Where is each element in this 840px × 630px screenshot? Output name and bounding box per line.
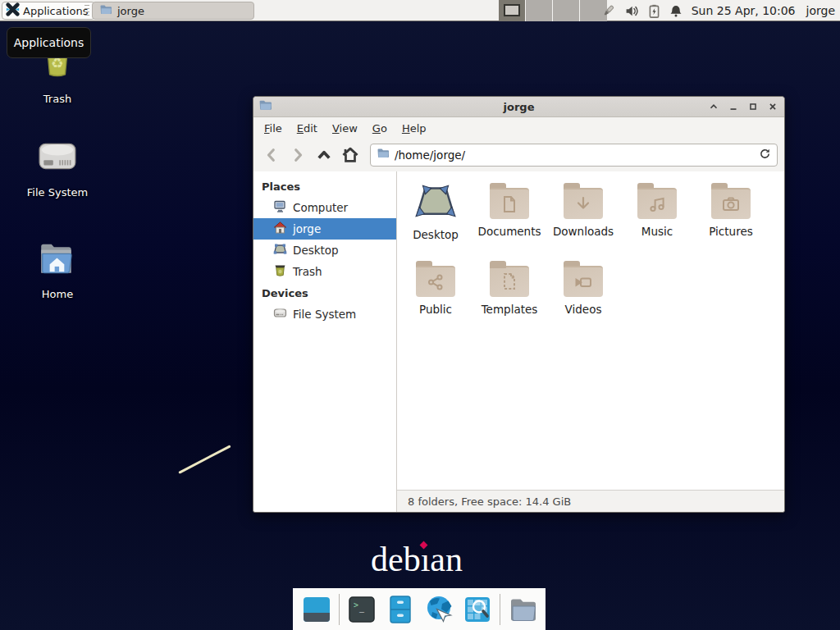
file-item-documents[interactable]: Documents — [472, 181, 546, 238]
back-button[interactable] — [260, 144, 283, 167]
taskbar-window-label: jorge — [117, 5, 144, 17]
window-body: Places Computer — [253, 171, 784, 512]
sidebar-item-trash[interactable]: Trash — [253, 261, 396, 282]
volume-icon[interactable] — [625, 4, 639, 18]
sidebar-item-computer[interactable]: Computer — [253, 197, 396, 218]
file-item-desktop[interactable]: Desktop — [399, 181, 472, 241]
applications-menu-button[interactable]: Applications — [2, 2, 95, 20]
file-item-videos[interactable]: Videos — [546, 259, 620, 316]
svg-text:_: _ — [359, 603, 365, 613]
debian-logo: debıan — [371, 540, 486, 581]
user-home-icon — [273, 221, 287, 237]
videos-folder-icon — [564, 259, 603, 297]
applications-tooltip-text: Applications — [14, 36, 84, 49]
taskbar-window-button[interactable]: jorge — [92, 2, 254, 20]
file-item-downloads[interactable]: Downloads — [546, 181, 620, 238]
close-button[interactable] — [765, 100, 779, 114]
menu-edit[interactable]: Edit — [290, 120, 325, 137]
show-desktop-icon[interactable] — [300, 593, 333, 626]
desktop-icon-label: File System — [27, 186, 88, 199]
file-item-templates[interactable]: Templates — [472, 259, 546, 316]
workspace-3[interactable] — [553, 0, 580, 21]
panel-tray-area: Sun 25 Apr, 10:06 jorge — [600, 0, 835, 21]
sidebar: Places Computer — [253, 171, 397, 512]
file-cabinet-icon[interactable] — [384, 593, 417, 626]
up-button[interactable] — [313, 144, 336, 167]
svg-text:>: > — [354, 600, 358, 609]
music-folder-icon — [637, 181, 677, 219]
debian-logo-text: debıan — [371, 541, 463, 578]
file-item-public[interactable]: Public — [399, 259, 472, 316]
statusbar: 8 folders, Free space: 14.4 GiB — [397, 490, 784, 512]
window-controls — [706, 100, 779, 114]
sidebar-item-desktop[interactable]: Desktop — [253, 240, 396, 261]
workspace-2[interactable] — [526, 0, 553, 21]
sidebar-item-jorge[interactable]: jorge — [253, 218, 396, 240]
window-title: jorge — [253, 101, 784, 113]
desktop-icon-home[interactable]: Home — [15, 238, 100, 300]
forward-button[interactable] — [286, 144, 309, 167]
menu-view[interactable]: View — [325, 120, 365, 137]
downloads-folder-icon — [564, 181, 603, 219]
input-device-icon[interactable] — [600, 3, 616, 19]
file-item-music[interactable]: Music — [620, 181, 694, 238]
window-titlebar[interactable]: jorge — [253, 97, 784, 117]
bottom-dock: > _ — [293, 588, 546, 630]
desktop-surface-icon — [415, 181, 456, 222]
notifications-bell-icon[interactable] — [669, 4, 682, 18]
file-item-label: Documents — [478, 225, 541, 238]
desktop-icon-file-system[interactable]: File System — [15, 136, 100, 199]
battery-icon[interactable] — [648, 4, 660, 18]
dock-separator — [339, 594, 340, 625]
templates-folder-icon — [490, 259, 529, 297]
desktop-icon — [273, 242, 287, 258]
desktop-icon-label: Trash — [43, 93, 71, 105]
minimize-button[interactable] — [726, 100, 740, 114]
panel-user-label: jorge — [806, 4, 835, 17]
web-browser-icon[interactable] — [422, 593, 455, 626]
trash-small-icon — [273, 263, 287, 280]
menu-file[interactable]: File — [257, 120, 290, 137]
home-button[interactable] — [339, 144, 362, 167]
dock-separator — [500, 594, 500, 625]
top-panel: Applications jorge — [0, 0, 840, 21]
reload-icon[interactable] — [759, 148, 771, 163]
sidebar-item-label: Desktop — [293, 244, 339, 257]
toolbar: /home/jorge/ — [253, 139, 784, 171]
public-folder-icon — [416, 259, 455, 297]
computer-icon — [273, 199, 287, 216]
sidebar-devices-header: Devices — [253, 282, 396, 304]
desktop-icon-label: Home — [42, 288, 73, 300]
filesystem-drive-icon — [36, 136, 79, 180]
maximize-button[interactable] — [746, 100, 760, 114]
menu-help[interactable]: Help — [395, 120, 434, 137]
file-view[interactable]: Desktop Documents — [397, 171, 784, 490]
sidebar-item-label: File System — [293, 308, 356, 321]
file-item-label: Templates — [482, 303, 538, 316]
terminal-icon[interactable]: > _ — [345, 593, 378, 626]
workspace-1[interactable] — [499, 0, 526, 21]
file-item-label: Videos — [565, 303, 602, 316]
menu-go[interactable]: Go — [365, 120, 395, 137]
desktop-doodle-line — [178, 445, 231, 474]
workspace-window-thumb — [504, 4, 520, 16]
file-pane: Desktop Documents — [397, 171, 784, 512]
path-bar[interactable]: /home/jorge/ — [370, 144, 778, 167]
sidebar-item-label: Trash — [293, 265, 322, 278]
desktop-screen: Applications jorge — [0, 0, 840, 630]
folder-icon — [377, 147, 390, 163]
file-manager-icon[interactable] — [506, 593, 539, 626]
pictures-folder-icon — [711, 181, 751, 219]
path-input[interactable]: /home/jorge/ — [395, 148, 754, 162]
applications-tooltip: Applications — [7, 27, 91, 58]
panel-clock[interactable]: Sun 25 Apr, 10:06 — [692, 4, 796, 17]
shade-button[interactable] — [706, 100, 720, 114]
applications-menu-label: Applications — [23, 5, 88, 17]
panel-grip-handle[interactable] — [84, 5, 89, 16]
sidebar-item-label: Computer — [293, 201, 348, 214]
app-finder-icon[interactable] — [461, 593, 494, 626]
sidebar-item-file-system[interactable]: File System — [253, 304, 396, 325]
file-item-pictures[interactable]: Pictures — [694, 181, 768, 238]
applications-menu-icon — [6, 2, 20, 19]
file-manager-window: jorge File Edit View Go Help — [253, 96, 785, 513]
